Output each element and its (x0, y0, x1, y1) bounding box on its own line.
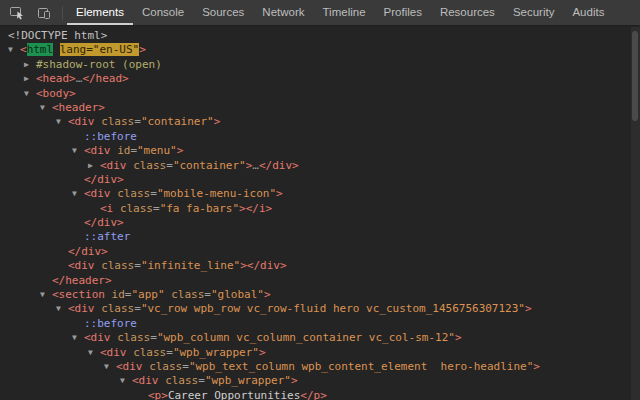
syntax-token: #shadow-root (open) (36, 58, 162, 71)
syntax-token (105, 288, 112, 301)
tab-network[interactable]: Network (253, 0, 313, 25)
syntax-token: <div (100, 159, 127, 172)
dom-tree-line[interactable]: ▼<div class="wpb_wrapper"> (0, 374, 640, 388)
syntax-token: "wpb_text_column wpb_content_element her… (189, 360, 533, 373)
syntax-token: = (198, 374, 205, 387)
dom-tree-line[interactable]: </div> (0, 173, 640, 187)
syntax-token: class (133, 346, 166, 359)
collapse-arrow-icon[interactable]: ▼ (72, 331, 84, 345)
tab-resources[interactable]: Resources (431, 0, 504, 25)
syntax-token: <div (116, 360, 143, 373)
tab-security[interactable]: Security (504, 0, 564, 25)
syntax-token (113, 202, 120, 215)
dom-tree-line[interactable]: ▼<div class="mobile-menu-icon"> (0, 187, 640, 201)
expand-arrow-icon[interactable]: ▶ (88, 159, 100, 173)
scrollbar-thumb[interactable] (632, 31, 638, 121)
syntax-token: </header> (52, 274, 112, 287)
syntax-token: <section (52, 288, 105, 301)
collapse-arrow-icon[interactable]: ▼ (8, 43, 20, 57)
syntax-token: <!DOCTYPE html> (8, 29, 107, 42)
devtools-toolbar: ElementsConsoleSourcesNetworkTimelinePro… (0, 0, 640, 26)
dom-tree-line[interactable]: ▼<section id="app" class="global"> (0, 288, 640, 302)
dom-tree-line[interactable]: </div> (0, 216, 640, 230)
collapse-arrow-icon[interactable]: ▼ (72, 187, 84, 201)
dom-tree-line[interactable]: <div class="infinite_line"></div> (0, 259, 640, 273)
dom-tree-line[interactable]: ▶#shadow-root (open) (0, 58, 640, 72)
syntax-token: class (120, 202, 153, 215)
dom-tree-line[interactable]: ▼<div class="wpb_wrapper"> (0, 346, 640, 360)
tab-timeline[interactable]: Timeline (314, 0, 375, 25)
dom-tree-line[interactable]: ▼<header> (0, 101, 640, 115)
syntax-token: </i> (246, 202, 273, 215)
syntax-token: = (182, 360, 189, 373)
syntax-token: class (101, 302, 134, 315)
dom-tree-line[interactable]: ▼<div class="wpb_text_column wpb_content… (0, 360, 640, 374)
syntax-token: lang="en-US" (60, 43, 139, 56)
tab-elements[interactable]: Elements (67, 0, 133, 25)
dom-tree-line[interactable]: <!DOCTYPE html> (0, 29, 640, 43)
dom-tree-line[interactable]: ▶<div class="container">…</div> (0, 159, 640, 173)
syntax-token: <div (84, 144, 111, 157)
toolbar-divider (62, 6, 63, 20)
syntax-token: <div (68, 115, 95, 128)
collapse-arrow-icon[interactable]: ▼ (40, 288, 52, 302)
syntax-token: "wpb_column vc_column_container vc_col-s… (157, 331, 455, 344)
syntax-token: id (117, 144, 130, 157)
dom-tree-line[interactable]: ▶<head>…</head> (0, 72, 640, 86)
dom-tree-line[interactable]: ▼<div class="container"> (0, 115, 640, 129)
syntax-token: … (252, 159, 259, 172)
collapse-arrow-icon[interactable]: ▼ (88, 346, 100, 360)
dom-tree-line[interactable]: ▼<html lang="en-US"> (0, 43, 640, 57)
collapse-arrow-icon[interactable]: ▼ (24, 87, 36, 101)
syntax-token: = (150, 187, 157, 200)
tab-bar: ElementsConsoleSourcesNetworkTimelinePro… (67, 0, 613, 25)
tab-audits[interactable]: Audits (563, 0, 613, 25)
dom-tree-line[interactable]: </header> (0, 274, 640, 288)
syntax-token: > (239, 202, 246, 215)
syntax-token: < (20, 43, 27, 56)
syntax-token: > (214, 115, 221, 128)
syntax-token: ::after (84, 230, 130, 243)
dom-tree-line[interactable]: </div> (0, 245, 640, 259)
syntax-token: <div (68, 259, 95, 272)
tab-console[interactable]: Console (133, 0, 193, 25)
collapse-arrow-icon[interactable]: ▼ (56, 302, 68, 316)
tab-profiles[interactable]: Profiles (375, 0, 431, 25)
collapse-arrow-icon[interactable]: ▼ (120, 374, 132, 388)
syntax-token: html (27, 43, 54, 56)
toolbar-icons (0, 0, 58, 25)
syntax-token: > (291, 374, 298, 387)
device-toolbar-icon[interactable] (33, 4, 55, 22)
syntax-token: "global" (211, 288, 264, 301)
dom-tree-line[interactable]: ▼<body> (0, 87, 640, 101)
dom-tree-line[interactable]: ::before (0, 130, 640, 144)
tab-sources[interactable]: Sources (193, 0, 253, 25)
syntax-token: id (112, 288, 125, 301)
expand-arrow-icon[interactable]: ▶ (24, 72, 36, 86)
dom-tree-line[interactable]: ::before (0, 317, 640, 331)
syntax-token: = (166, 159, 173, 172)
collapse-arrow-icon[interactable]: ▼ (40, 101, 52, 115)
dom-tree-line[interactable]: ::after (0, 230, 640, 244)
syntax-token: <div (84, 187, 111, 200)
inspect-element-icon[interactable] (6, 4, 28, 22)
indent-spacer (56, 259, 68, 273)
syntax-token: class (149, 360, 182, 373)
collapse-arrow-icon[interactable]: ▼ (72, 144, 84, 158)
dom-tree-line[interactable]: ▼<div id="menu"> (0, 144, 640, 158)
collapse-arrow-icon[interactable]: ▼ (56, 115, 68, 129)
syntax-token: = (134, 259, 141, 272)
dom-tree-line[interactable]: <i class="fa fa-bars"></i> (0, 202, 640, 216)
syntax-token: class (101, 259, 134, 272)
scrollbar[interactable] (631, 27, 640, 400)
syntax-token: <div (84, 331, 111, 344)
collapse-arrow-icon[interactable]: ▼ (104, 360, 116, 374)
dom-tree-line[interactable]: ▼<div class="wpb_column vc_column_contai… (0, 331, 640, 345)
dom-tree-line[interactable]: <p>Career Opportunities</p> (0, 389, 640, 400)
device-toolbar-glyph (36, 5, 52, 21)
expand-arrow-icon[interactable]: ▶ (24, 58, 36, 72)
inspect-element-glyph (9, 5, 25, 20)
syntax-token: > (276, 187, 283, 200)
syntax-token (53, 43, 60, 56)
dom-tree-line[interactable]: ▼<div class="vc_row wpb_row vc_row-fluid… (0, 302, 640, 316)
